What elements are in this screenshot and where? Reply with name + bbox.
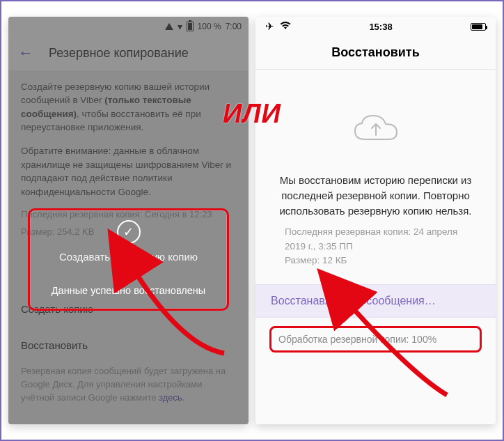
back-icon[interactable]: ← <box>18 44 33 62</box>
backup-size-label: Размер: 12 КБ <box>285 254 466 268</box>
progress-label: Обработка резервной копии: 100% <box>269 326 482 353</box>
backup-warning: Обратите внимание: данные в облачном хра… <box>21 144 236 199</box>
battery-icon <box>471 23 486 31</box>
toast-subtitle: Выкл. <box>42 268 214 278</box>
ios-screen: ✈ 15:38 Восстановить Мы восстановим исто… <box>255 17 496 424</box>
status-time: 15:38 <box>369 22 392 32</box>
restore-description: Мы восстановим историю переписки из посл… <box>271 173 480 218</box>
page-title: Восстановить <box>331 45 419 60</box>
wifi-icon <box>280 21 291 32</box>
cloud-upload-icon <box>351 110 401 145</box>
here-link[interactable]: здесь <box>159 392 182 403</box>
android-header: ← Резервное копирование <box>8 36 249 70</box>
android-screen: ▾ 100 % 7:00 ← Резервное копирование Соз… <box>8 17 249 424</box>
last-backup-label: Последняя резервная копия: 24 апреля 201… <box>285 225 466 254</box>
check-icon: ✓ <box>117 220 141 244</box>
ios-header: Восстановить <box>255 36 496 70</box>
page-title: Резервное копирование <box>49 46 189 61</box>
toast-message: Данные успешно восстановлены <box>42 285 214 296</box>
google-drive-note: Резервная копия сообщений будет загружен… <box>21 365 236 405</box>
restore-success-toast: ✓ Создавать резервную копию Выкл. Данные… <box>28 208 229 311</box>
signal-icon <box>165 23 173 30</box>
android-status-bar: ▾ 100 % 7:00 <box>8 17 249 36</box>
backup-intro: Создайте резервную копию вашей истории с… <box>21 80 236 134</box>
ios-status-bar: ✈ 15:38 <box>255 17 496 36</box>
restoring-banner: Восстанавливаем сообщения… <box>255 284 496 318</box>
restore-row[interactable]: Восстановить <box>21 338 236 353</box>
airplane-icon: ✈ <box>265 20 274 33</box>
status-time: 7:00 <box>226 22 242 31</box>
wifi-icon: ▾ <box>178 21 182 32</box>
toast-title: Создавать резервную копию <box>42 251 214 263</box>
battery-percent: 100 % <box>198 22 221 31</box>
or-divider-label: ИЛИ <box>223 99 281 129</box>
battery-icon <box>187 22 194 31</box>
